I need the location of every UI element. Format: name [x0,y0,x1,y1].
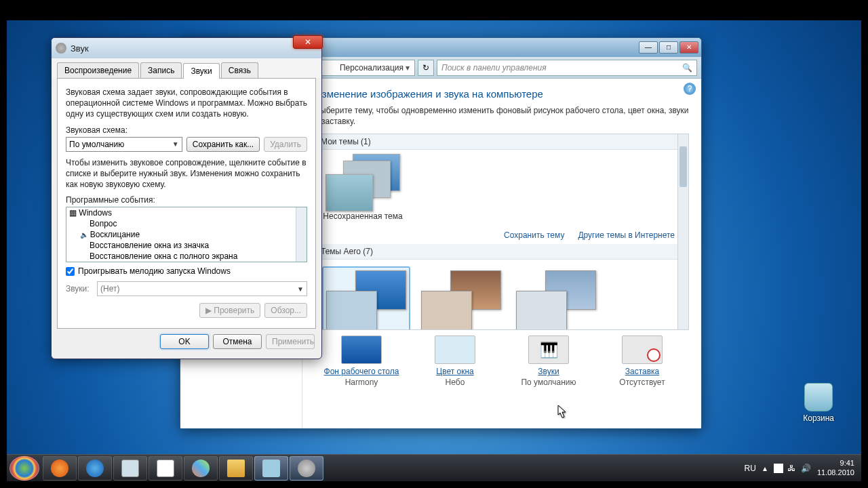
my-themes-label: Мои темы (1) [315,134,688,150]
minimize-button[interactable]: — [639,41,658,54]
speaker-icon [298,460,315,477]
taskbar-solitaire[interactable] [149,456,182,481]
dialog-titlebar[interactable]: Звук ✕ [52,38,321,58]
clock-date: 11.08.2010 [817,468,854,477]
window-color-button[interactable]: Цвет окна Небо [414,336,496,387]
play-startup-checkbox[interactable] [66,267,75,276]
theme-item-unsaved[interactable]: Несохраненная тема [322,154,403,221]
themes-listbox[interactable]: Мои темы (1) Несохраненная тема Сохранит… [315,134,689,330]
other-themes-link[interactable]: Другие темы в Интернете [578,230,675,240]
event-item: Вход в Windows [66,262,307,262]
window-color-icon [435,336,475,364]
system-tray: RU ▴ ⚑ 🖧 🔊 9:41 11.08.2010 [745,459,861,476]
events-listbox[interactable]: ▦ Windows Вопрос Восклицание Восстановле… [66,207,307,262]
taskbar-control-panel[interactable] [254,456,288,481]
sounds-combo: (Нет) ▼ [97,281,307,296]
events-label: Программные события: [66,195,307,205]
calc-icon [121,460,139,477]
close-button[interactable]: ✕ [679,41,698,54]
taskbar-paint[interactable] [184,456,218,481]
volume-icon[interactable]: 🔊 [801,464,810,473]
tab-recording[interactable]: Запись [140,62,182,78]
desktop-bg-icon [341,336,382,364]
refresh-button[interactable]: ↻ [418,60,434,76]
tab-body: Звуковая схема задает звуки, сопровождаю… [57,78,316,329]
dialog-title: Звук [71,43,89,54]
save-as-button[interactable]: Сохранить как... [186,137,260,152]
search-placeholder: Поиск в панели управления [441,63,547,73]
sounds-combo-value: (Нет) [100,284,119,293]
tab-sounds[interactable]: Звуки [183,63,219,79]
maximize-button[interactable]: □ [659,41,678,54]
recycle-bin-label: Корзина [803,413,834,423]
chevron-down-icon: ▼ [297,285,304,293]
cards-icon [157,460,174,477]
recycle-bin[interactable]: Корзина [803,383,834,423]
events-scrollbar[interactable] [296,207,307,262]
taskbar-explorer[interactable] [219,456,253,481]
apply-button: Применить [266,334,315,349]
browse-button: Обзор... [264,303,307,318]
sound-dialog: Звук ✕ Воспроизведение Запись Звуки Связ… [51,37,322,359]
sounds-button[interactable]: 🎹 Звуки По умолчанию [508,336,589,387]
tray-chevron-icon[interactable]: ▴ [763,464,767,473]
event-item: Вопрос [66,218,307,229]
sounds-description: Звуковая схема задает звуки, сопровождаю… [66,87,307,120]
action-center-icon[interactable]: ⚑ [774,464,783,473]
scrollbar[interactable] [677,134,688,329]
screensaver-value: Отсутствует [601,378,683,387]
theme-name: Несохраненная тема [322,211,403,221]
aero-theme-2[interactable] [417,266,505,330]
delete-button: Удалить [264,137,307,152]
clock-time: 9:41 [817,459,854,468]
event-root: ▦ Windows [66,207,307,218]
save-theme-link[interactable]: Сохранить тему [504,230,564,240]
window-color-label: Цвет окна [414,367,496,376]
desktop-bg-label: Фон рабочего стола [321,367,402,376]
page-description: Выберите тему, чтобы одновременно измени… [315,105,689,127]
aero-theme-3[interactable] [512,266,600,330]
ie-icon [86,460,104,477]
language-indicator[interactable]: RU [745,464,756,473]
tab-playback[interactable]: Воспроизведение [57,62,139,78]
event-item: Восстановление окна с полного экрана [66,251,307,262]
scrollbar-thumb[interactable] [679,146,687,187]
window-color-value: Небо [414,378,496,387]
sounds-label: Звуки [508,367,589,376]
taskbar-wmp[interactable] [43,456,77,481]
scheme-value: По умолчанию [69,140,124,149]
taskbar-calc[interactable] [113,456,147,481]
start-button[interactable] [9,456,39,481]
sound-dialog-icon [56,43,66,54]
taskbar: RU ▴ ⚑ 🖧 🔊 9:41 11.08.2010 [7,454,861,481]
folder-icon [227,460,245,477]
aero-theme-1[interactable] [322,266,410,330]
clock[interactable]: 9:41 11.08.2010 [817,459,854,476]
chevron-down-icon: ▼ [172,140,179,148]
desktop: Корзина — □ ✕ Персонализация ▾ ↻ Поиск в… [7,20,861,481]
cancel-button[interactable]: Отмена [213,334,262,349]
scheme-combo[interactable]: По умолчанию ▼ [66,137,182,152]
page-heading: Изменение изображения и звука на компьют… [315,88,689,100]
dialog-buttons: OK Отмена Применить [52,334,321,356]
play-startup-label: Проигрывать мелодию запуска Windows [78,266,231,276]
screensaver-icon [622,336,663,364]
paint-icon [192,460,210,477]
main-panel: Изменение изображения и звука на компьют… [302,79,701,428]
search-icon[interactable]: 🔍 [682,63,692,73]
address-current: Персонализация [340,63,403,73]
search-box[interactable]: Поиск в панели управления 🔍 [437,60,697,76]
control-panel-icon [262,460,280,477]
screensaver-button[interactable]: Заставка Отсутствует [601,336,683,387]
wmp-icon [51,460,68,477]
tab-communications[interactable]: Связь [221,62,258,78]
address-dropdown-icon[interactable]: ▾ [403,63,412,73]
dialog-close-button[interactable]: ✕ [293,35,323,49]
taskbar-ie[interactable] [78,456,112,481]
test-button: ▶ Проверить [199,303,260,318]
ok-button[interactable]: OK [160,334,209,349]
event-item: Восстановление окна из значка [66,240,307,251]
desktop-background-button[interactable]: Фон рабочего стола Harmony [321,336,402,387]
network-icon[interactable]: 🖧 [787,464,797,473]
taskbar-sound[interactable] [290,456,323,481]
